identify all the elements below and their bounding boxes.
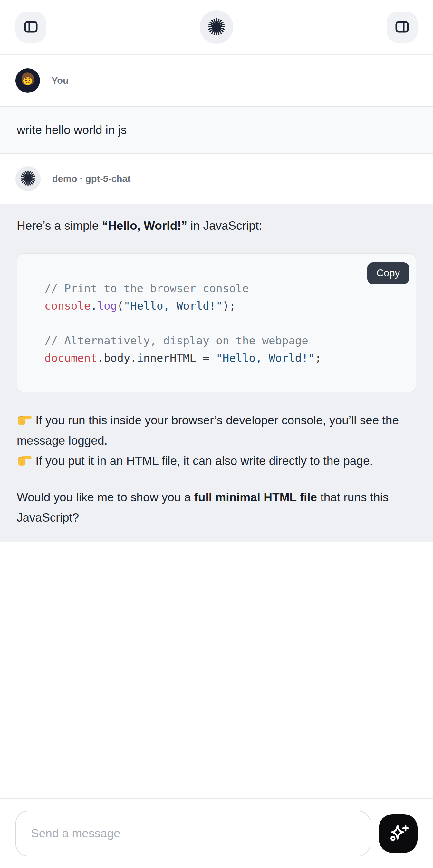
right-panel-toggle-button[interactable]: [386, 11, 417, 42]
sidebar-toggle-button[interactable]: [16, 11, 47, 42]
starburst-logo-icon: [208, 18, 225, 37]
assistant-intro-paragraph: Here’s a simple “Hello, World!” in JavaS…: [17, 216, 416, 236]
point-right-emoji: [17, 410, 32, 430]
message-input[interactable]: [16, 811, 371, 857]
app-logo-button[interactable]: [200, 10, 233, 44]
user-message-text: write hello world in js: [17, 123, 127, 136]
assistant-paragraph: If you run this inside your browser’s de…: [17, 410, 416, 471]
copy-button[interactable]: Copy: [367, 262, 409, 284]
assistant-sender-name: demo · gpt-5-chat: [52, 174, 130, 184]
panel-right-icon: [394, 19, 410, 36]
code-content: // Print to the browser console console.…: [18, 254, 415, 392]
panel-left-icon: [23, 19, 39, 36]
send-button[interactable]: [379, 814, 417, 853]
header-bar: [0, 0, 433, 55]
starburst-avatar: [20, 170, 36, 188]
sparkle-send-icon: [387, 822, 409, 845]
empty-chat-space: [0, 542, 433, 798]
user-sender-name: You: [52, 75, 69, 86]
code-block: Copy // Print to the browser console con…: [17, 253, 416, 393]
point-right-emoji: [17, 451, 32, 471]
user-avatar: [16, 68, 40, 93]
assistant-message: Here’s a simple “Hello, World!” in JavaS…: [0, 204, 433, 542]
person-emoji-avatar: [19, 71, 37, 90]
assistant-avatar: [16, 166, 40, 191]
user-sender-row: You: [0, 55, 433, 106]
assistant-paragraph: Would you like me to show you a full min…: [17, 487, 416, 528]
composer-bar: [0, 798, 433, 868]
assistant-sender-row: demo · gpt-5-chat: [0, 154, 433, 204]
user-message: write hello world in js: [0, 106, 433, 154]
